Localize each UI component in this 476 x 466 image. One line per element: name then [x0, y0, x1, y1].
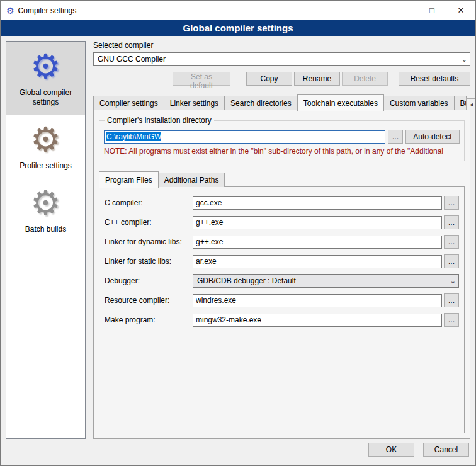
dialog-body: ⚙ Global compiler settings ⚙ Profiler se… — [1, 36, 475, 439]
static-linker-label: Linker for static libs: — [105, 257, 193, 266]
sidebar-item-label: Batch builds — [25, 225, 66, 234]
dynamic-linker-input[interactable] — [193, 236, 442, 249]
tab-scrollers: ◂ ▸ — [466, 98, 476, 110]
cpp-compiler-input[interactable] — [193, 216, 442, 229]
cancel-button[interactable]: Cancel — [423, 443, 469, 457]
maximize-button[interactable]: □ — [417, 1, 446, 20]
program-files-tabstrip: Program Files Additional Paths — [99, 171, 465, 187]
field-row-static-linker: Linker for static libs: ... — [105, 254, 459, 268]
debugger-value: GDB/CDB debugger : Default — [197, 276, 446, 285]
reset-defaults-button[interactable]: Reset defaults — [399, 72, 470, 86]
bin-subdirectory-note: NOTE: All programs must exist either in … — [104, 147, 460, 156]
field-row-cpp-compiler: C++ compiler: ... — [105, 215, 459, 229]
installation-directory-row: C:\raylib\MinGW ... Auto-detect — [104, 130, 460, 144]
close-button[interactable]: ✕ — [446, 1, 475, 20]
compiler-actions: Set as default Copy Rename Delete Reset … — [93, 72, 470, 86]
tab-search-directories[interactable]: Search directories — [224, 96, 298, 110]
static-linker-browse-button[interactable]: ... — [444, 254, 459, 268]
program-files-panel: C compiler: ... C++ compiler: ... Linker… — [99, 186, 465, 433]
resource-compiler-browse-button[interactable]: ... — [444, 293, 459, 307]
copy-button[interactable]: Copy — [246, 72, 292, 86]
gray-gear-icon: ⚙ — [30, 186, 60, 220]
ok-button[interactable]: OK — [368, 443, 414, 457]
dialog-header: Global compiler settings — [1, 20, 475, 36]
cpp-compiler-browse-button[interactable]: ... — [444, 215, 459, 229]
installation-directory-browse-button[interactable]: ... — [388, 130, 403, 144]
rename-button[interactable]: Rename — [294, 72, 340, 86]
tab-scroll-left-icon[interactable]: ◂ — [466, 98, 476, 110]
sidebar-item-profiler-settings[interactable]: ⚙ Profiler settings — [6, 115, 85, 178]
make-program-input[interactable] — [193, 314, 442, 327]
c-compiler-input[interactable] — [193, 196, 442, 210]
sidebar-item-label: Global compiler settings — [9, 88, 82, 107]
sidebar-item-batch-builds[interactable]: ⚙ Batch builds — [6, 178, 85, 242]
debugger-select[interactable]: GDB/CDB debugger : Default ⌄ — [193, 274, 459, 288]
app-gear-icon: ⚙ — [6, 6, 14, 15]
dynamic-linker-label: Linker for dynamic libs: — [105, 237, 193, 246]
subtab-program-files[interactable]: Program Files — [99, 171, 159, 188]
field-row-debugger: Debugger: GDB/CDB debugger : Default ⌄ — [105, 274, 459, 288]
c-compiler-browse-button[interactable]: ... — [444, 196, 459, 210]
window-controls: — □ ✕ — [388, 1, 475, 20]
installation-directory-group: Compiler's installation directory C:\ray… — [99, 120, 465, 161]
tab-build-clipped[interactable]: Buil — [454, 96, 467, 110]
profiler-tool-icon: ⚙ — [30, 122, 60, 156]
set-as-default-button[interactable]: Set as default — [173, 72, 230, 86]
titlebar: ⚙ Compiler settings — □ ✕ — [1, 1, 475, 20]
settings-sidebar: ⚙ Global compiler settings ⚙ Profiler se… — [6, 41, 86, 439]
cpp-compiler-label: C++ compiler: — [105, 218, 193, 227]
chevron-down-icon: ⌄ — [458, 55, 467, 64]
tab-toolchain-executables[interactable]: Toolchain executables — [297, 94, 384, 111]
auto-detect-button[interactable]: Auto-detect — [405, 130, 460, 144]
toolchain-executables-panel: Compiler's installation directory C:\ray… — [93, 110, 470, 439]
sidebar-item-global-compiler-settings[interactable]: ⚙ Global compiler settings — [6, 42, 85, 115]
selected-compiler-label: Selected compiler — [93, 41, 470, 50]
field-row-make-program: Make program: ... — [105, 313, 459, 327]
dialog-footer: OK Cancel — [1, 439, 475, 465]
make-program-label: Make program: — [105, 315, 193, 324]
field-row-resource-compiler: Resource compiler: ... — [105, 293, 459, 307]
static-linker-input[interactable] — [193, 255, 442, 268]
resource-compiler-input[interactable] — [193, 294, 442, 307]
delete-button[interactable]: Delete — [342, 72, 388, 86]
field-row-dynamic-linker: Linker for dynamic libs: ... — [105, 235, 459, 249]
installation-directory-label: Compiler's installation directory — [105, 116, 214, 125]
sidebar-item-label: Profiler settings — [20, 161, 72, 171]
minimize-button[interactable]: — — [388, 1, 417, 20]
installation-directory-input[interactable]: C:\raylib\MinGW — [104, 130, 385, 144]
resource-compiler-label: Resource compiler: — [105, 296, 193, 305]
compiler-settings-dialog: ⚙ Compiler settings — □ ✕ Global compile… — [0, 0, 476, 466]
debugger-label: Debugger: — [105, 276, 193, 285]
c-compiler-label: C compiler: — [105, 198, 193, 207]
selected-compiler-select[interactable]: GNU GCC Compiler ⌄ — [93, 52, 470, 66]
settings-tabstrip: Compiler settings Linker settings Search… — [93, 94, 470, 110]
tab-custom-variables[interactable]: Custom variables — [383, 96, 455, 110]
tab-linker-settings[interactable]: Linker settings — [164, 96, 225, 110]
window-title: Compiler settings — [18, 6, 77, 15]
tab-compiler-settings[interactable]: Compiler settings — [93, 96, 164, 110]
main-panel: Selected compiler GNU GCC Compiler ⌄ Set… — [93, 41, 470, 439]
selected-compiler-value: GNU GCC Compiler — [98, 55, 458, 64]
subtab-additional-paths[interactable]: Additional Paths — [158, 173, 225, 187]
dynamic-linker-browse-button[interactable]: ... — [444, 235, 459, 249]
chevron-down-icon: ⌄ — [446, 277, 456, 285]
make-program-browse-button[interactable]: ... — [444, 313, 459, 327]
installation-directory-value: C:\raylib\MinGW — [106, 132, 161, 141]
blue-gear-icon: ⚙ — [30, 49, 60, 83]
field-row-c-compiler: C compiler: ... — [105, 196, 459, 210]
